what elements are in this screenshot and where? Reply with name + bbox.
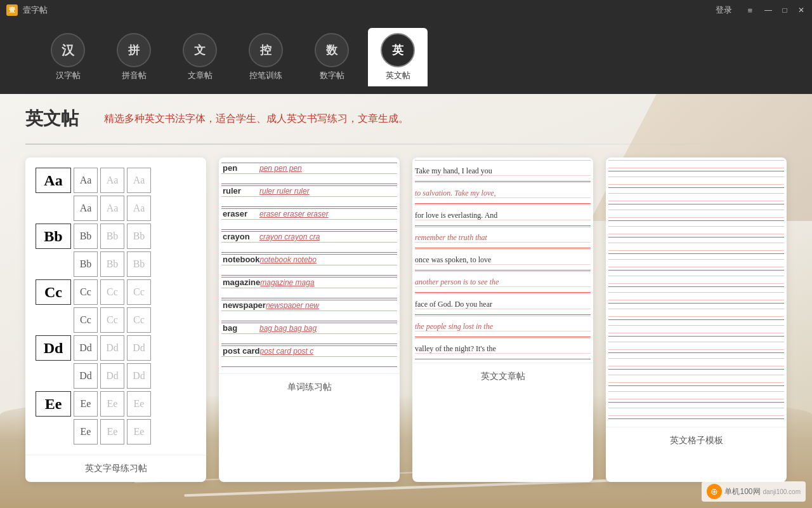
- main-content: 英文帖 精选多种英文书法字体，适合学生、成人英文书写练习，文章生成。 Aa Aa…: [0, 94, 812, 508]
- letter-Dd-s5: Dd: [100, 363, 124, 389]
- grid-row-5: [608, 226, 784, 237]
- logo-url: danji100.com: [763, 488, 801, 495]
- word-pen-practice: pen pen pen: [259, 164, 302, 173]
- article-row-1: to salvation. Take my love,: [415, 182, 591, 204]
- word-row-bag: bag bag bag bag bag: [221, 323, 397, 344]
- letter-Aa-s4: Aa: [74, 196, 98, 221]
- letter-Dd-s3: Dd: [127, 335, 151, 361]
- article-label: 文章帖: [188, 70, 213, 81]
- word-magazine-main: magazine: [221, 277, 260, 287]
- letter-Bb-big2: [36, 251, 71, 277]
- word-row-postcard: post card post card post c: [221, 345, 397, 367]
- title-bar-controls: 登录 ≡ — □ ✕: [712, 3, 806, 17]
- grid-row-8: [608, 276, 784, 287]
- menu-button[interactable]: ≡: [743, 4, 756, 17]
- word-bag-main: bag: [221, 323, 259, 333]
- word-row-ruler: ruler ruler ruler ruler: [221, 185, 397, 207]
- letter-Aa-s6: Aa: [127, 196, 151, 221]
- grid-row-15: [608, 391, 784, 403]
- article-line-0: Take my hand, I lead you: [415, 166, 492, 176]
- article-row-2: for love is everlasting. And: [415, 204, 591, 226]
- article-line-4: once was spoken, to love: [415, 255, 491, 265]
- word-crayon-practice: crayon crayon cra: [259, 232, 320, 241]
- article-row-8: valley of the night? It's the: [415, 338, 591, 359]
- article-row-6: face of God. Do you hear: [415, 293, 591, 315]
- article-card-footer: 英文文章帖: [412, 363, 593, 390]
- letter-Cc-s6: Cc: [127, 307, 151, 333]
- letter-Ee-big: Ee: [36, 391, 71, 417]
- grid-row-1: [608, 160, 784, 171]
- sidebar-item-article[interactable]: 文 文章帖: [170, 28, 230, 86]
- grid-row-3: [608, 193, 784, 204]
- letter-row-b2: Bb Bb Bb: [36, 251, 196, 277]
- letter-row-d2: Dd Dd Dd: [36, 363, 196, 389]
- minimize-button[interactable]: —: [764, 6, 773, 15]
- sidebar-item-pinyin[interactable]: 拼 拼音帖: [104, 28, 164, 86]
- grid-row-10: [608, 309, 784, 320]
- letter-Dd-s2: Dd: [100, 335, 124, 361]
- login-button[interactable]: 登录: [712, 3, 736, 17]
- logo-text: 单机100网: [724, 486, 760, 497]
- letter-Dd-big: Dd: [36, 335, 71, 361]
- hanzi-label: 汉字帖: [56, 70, 81, 81]
- english-label: 英文帖: [386, 70, 410, 81]
- word-ruler-main: ruler: [221, 186, 259, 196]
- letter-row-b: Bb Bb Bb Bb: [36, 224, 196, 249]
- letter-Dd-s6: Dd: [127, 363, 151, 389]
- letter-card-footer: 英文字母练习帖: [25, 455, 206, 482]
- title-bar-left: 壹 壹字帖: [6, 4, 48, 16]
- maximize-button[interactable]: □: [780, 6, 789, 15]
- letter-Aa-s5: Aa: [100, 196, 124, 221]
- letter-row-c2: Cc Cc Cc: [36, 307, 196, 333]
- word-eraser-main: eraser: [221, 209, 259, 218]
- word-practice-card[interactable]: pen pen pen pen ruler ruler ruler ruler …: [219, 157, 400, 482]
- letter-Cc-s1: Cc: [74, 279, 98, 305]
- english-icon: 英: [381, 33, 415, 67]
- pinyin-icon: 拼: [117, 33, 151, 67]
- math-label: 数字帖: [320, 70, 344, 81]
- letter-Cc-s5: Cc: [100, 307, 124, 333]
- page-title: 英文帖: [25, 107, 79, 131]
- sidebar-item-math[interactable]: 数 数字帖: [302, 28, 362, 86]
- letter-Ee-s2: Ee: [100, 391, 124, 417]
- grid-card-content: [606, 157, 787, 427]
- article-line-2: for love is everlasting. And: [415, 211, 497, 220]
- sidebar-item-hanzi[interactable]: 汉 汉字帖: [38, 28, 98, 86]
- letter-Bb-big: Bb: [36, 224, 71, 249]
- word-postcard-practice: post card post c: [260, 347, 314, 356]
- letter-grid: Aa Aa Aa Aa Aa Aa Aa Bb Bb: [36, 168, 196, 444]
- article-practice-card[interactable]: Take my hand, I lead you to salvation. T…: [412, 157, 593, 482]
- letter-Ee-big2: [36, 419, 71, 444]
- article-line-5: another person is to see the: [415, 277, 499, 287]
- article-line-6: face of God. Do you hear: [415, 300, 492, 309]
- word-row-newspaper: newspaper newspaper new: [221, 300, 397, 321]
- letter-Ee-s3: Ee: [127, 391, 151, 417]
- letter-Cc-s2: Cc: [100, 279, 124, 305]
- sidebar-item-english[interactable]: 英 英文帖: [368, 28, 428, 86]
- letter-Ee-s4: Ee: [74, 419, 98, 444]
- letter-row-d: Dd Dd Dd Dd: [36, 335, 196, 361]
- letter-Aa-big: Aa: [36, 168, 71, 193]
- letter-Aa-s1: Aa: [74, 168, 98, 193]
- grid-row-12: [608, 342, 784, 353]
- sidebar-item-control[interactable]: 控 控笔训练: [236, 28, 296, 86]
- grid-row-13: [608, 358, 784, 370]
- close-button[interactable]: ✕: [797, 6, 806, 15]
- grid-row-4: [608, 210, 784, 221]
- letter-Ee-s6: Ee: [127, 419, 151, 444]
- letter-Bb-s3: Bb: [127, 224, 151, 249]
- grid-template-card[interactable]: 英文格子模板: [606, 157, 787, 482]
- article-line-7: the people sing lost in the: [415, 322, 493, 331]
- grid-row-11: [608, 325, 784, 337]
- word-ruler-practice: ruler ruler ruler: [259, 187, 310, 196]
- grid-card-footer: 英文格子模板: [606, 427, 787, 454]
- letter-Ee-s1: Ee: [74, 391, 98, 417]
- letter-Dd-big2: [36, 363, 71, 389]
- math-icon: 数: [315, 33, 349, 67]
- page-title-area: 英文帖 精选多种英文书法字体，适合学生、成人英文书写练习，文章生成。: [25, 107, 787, 131]
- letter-practice-card[interactable]: Aa Aa Aa Aa Aa Aa Aa Bb Bb: [25, 157, 206, 482]
- word-card-footer: 单词练习帖: [219, 373, 400, 401]
- word-row-crayon: crayon crayon crayon cra: [221, 231, 397, 253]
- article-line-8: valley of the night? It's the: [415, 344, 496, 354]
- letter-card-content: Aa Aa Aa Aa Aa Aa Aa Bb Bb: [25, 157, 206, 455]
